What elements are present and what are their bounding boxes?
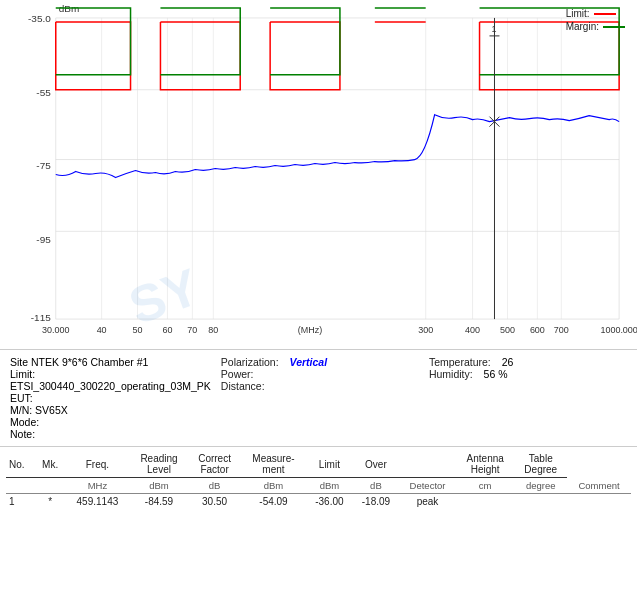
info-site-row: Site NTEK 9*6*6 Chamber #1 <box>10 356 211 368</box>
cell-freq: 459.1143 <box>65 494 130 510</box>
info-distance-row: Distance: <box>221 380 419 392</box>
legend-limit-line <box>594 13 616 15</box>
unit-limit: dBm <box>306 478 353 494</box>
info-temperature-value: 26 <box>502 356 514 368</box>
info-mode-row: Mode: <box>10 416 211 428</box>
svg-text:70: 70 <box>187 325 197 335</box>
info-humidity-row: Humidity: 56 % <box>429 368 627 380</box>
svg-text:-75: -75 <box>36 160 51 171</box>
unit-over: dB <box>353 478 400 494</box>
col-no: No. <box>6 451 35 478</box>
col-limit: Limit <box>306 451 353 478</box>
col-over: Over <box>353 451 400 478</box>
unit-degree: degree <box>514 478 567 494</box>
svg-text:-55: -55 <box>36 87 51 98</box>
svg-text:400: 400 <box>465 325 480 335</box>
info-humidity-label: Humidity: <box>429 368 473 380</box>
table-header-row: No. Mk. Freq. ReadingLevel CorrectFactor… <box>6 451 631 478</box>
svg-text:1000.000: 1000.000 <box>600 325 637 335</box>
info-site-value: Site NTEK 9*6*6 Chamber #1 <box>10 356 148 368</box>
info-col3: Temperature: 26 Humidity: 56 % <box>429 356 627 440</box>
svg-text:-35.0: -35.0 <box>28 13 51 24</box>
table-row: 1 * 459.1143 -84.59 30.50 -54.09 -36.00 … <box>6 494 631 510</box>
svg-text:-95: -95 <box>36 234 51 245</box>
cell-comment <box>567 494 631 510</box>
svg-text:500: 500 <box>500 325 515 335</box>
unit-measurement: dBm <box>241 478 306 494</box>
info-distance-label: Distance: <box>221 380 265 392</box>
svg-text:700: 700 <box>554 325 569 335</box>
info-section: Site NTEK 9*6*6 Chamber #1 Limit: ETSI_3… <box>0 350 637 447</box>
unit-no <box>6 478 35 494</box>
svg-text:600: 600 <box>530 325 545 335</box>
table-unit-row: MHz dBm dB dBm dBm dB Detector cm degree… <box>6 478 631 494</box>
info-polarization-value: Vertical <box>290 356 328 368</box>
chart-area: -35.0 -55 -75 -95 -115 dBm 30.000 40 50 … <box>0 0 637 350</box>
info-power-row: Power: <box>221 368 419 380</box>
col-measurement: Measure-ment <box>241 451 306 478</box>
info-mode-value: Mode: <box>10 416 39 428</box>
col-detector-spacer <box>399 451 456 478</box>
info-humidity-value: 56 % <box>484 368 508 380</box>
info-polarization-row: Polarization: Vertical <box>221 356 419 368</box>
info-eut-value: EUT: <box>10 392 33 404</box>
info-col2: Polarization: Vertical Power: Distance: <box>221 356 419 440</box>
svg-text:-115: -115 <box>31 312 51 323</box>
results-table: No. Mk. Freq. ReadingLevel CorrectFactor… <box>6 451 631 509</box>
svg-text:300: 300 <box>418 325 433 335</box>
info-note-row: Note: <box>10 428 211 440</box>
legend-margin-label: Margin: <box>566 21 599 32</box>
info-limit-row: Limit: ETSI_300440_300220_operating_03M_… <box>10 368 211 392</box>
info-mn-value: M/N: SV65X <box>10 404 68 416</box>
chart-legend: Limit: Margin: <box>566 8 625 34</box>
info-power-label: Power: <box>221 368 254 380</box>
legend-margin: Margin: <box>566 21 625 32</box>
unit-detector: Detector <box>399 478 456 494</box>
legend-limit-label: Limit: <box>566 8 590 19</box>
cell-no: 1 <box>6 494 35 510</box>
cell-mk: * <box>35 494 65 510</box>
info-mn-row: M/N: SV65X <box>10 404 211 416</box>
table-section: No. Mk. Freq. ReadingLevel CorrectFactor… <box>0 447 637 511</box>
info-col1: Site NTEK 9*6*6 Chamber #1 Limit: ETSI_3… <box>10 356 211 440</box>
unit-correct: dB <box>188 478 241 494</box>
col-antenna: AntennaHeight <box>456 451 515 478</box>
col-reading: ReadingLevel <box>130 451 189 478</box>
cell-limit: -36.00 <box>306 494 353 510</box>
chart-svg: -35.0 -55 -75 -95 -115 dBm 30.000 40 50 … <box>0 0 637 349</box>
svg-rect-0 <box>1 0 636 349</box>
col-table-degree: TableDegree <box>514 451 567 478</box>
cell-reading: -84.59 <box>130 494 189 510</box>
legend-limit: Limit: <box>566 8 625 19</box>
svg-text:(MHz): (MHz) <box>298 325 322 335</box>
info-note-value: Note: <box>10 428 35 440</box>
svg-text:40: 40 <box>97 325 107 335</box>
cell-correct: 30.50 <box>188 494 241 510</box>
svg-text:80: 80 <box>208 325 218 335</box>
cell-over: -18.09 <box>353 494 400 510</box>
col-correct: CorrectFactor <box>188 451 241 478</box>
col-mk: Mk. <box>35 451 65 478</box>
cell-measurement: -54.09 <box>241 494 306 510</box>
cell-detector: peak <box>399 494 456 510</box>
unit-mk <box>35 478 65 494</box>
info-eut-row: EUT: <box>10 392 211 404</box>
col-freq: Freq. <box>65 451 130 478</box>
legend-margin-line <box>603 26 625 28</box>
svg-text:30.000: 30.000 <box>42 325 69 335</box>
info-polarization-label: Polarization: <box>221 356 279 368</box>
unit-freq: MHz <box>65 478 130 494</box>
cell-degree <box>514 494 567 510</box>
unit-reading: dBm <box>130 478 189 494</box>
info-limit-value: Limit: ETSI_300440_300220_operating_03M_… <box>10 368 211 392</box>
unit-comment: Comment <box>567 478 631 494</box>
unit-height: cm <box>456 478 515 494</box>
info-temperature-label: Temperature: <box>429 356 491 368</box>
cell-height <box>456 494 515 510</box>
info-temperature-row: Temperature: 26 <box>429 356 627 368</box>
